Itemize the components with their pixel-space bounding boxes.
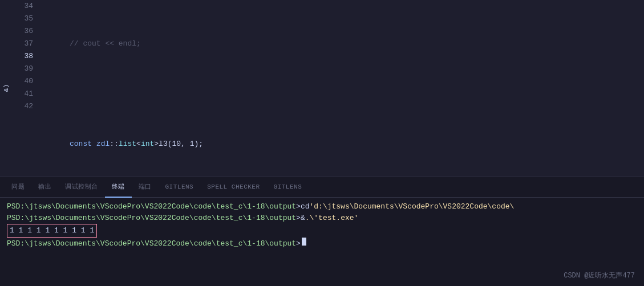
watermark: CSDN @近听水无声477 [564,270,635,281]
code-editor[interactable]: // cout << endl; const zdl :: list < int… [47,0,644,177]
tab-gitlens-2[interactable]: GITLENS [267,177,309,198]
term-prompt-2: > [296,213,301,224]
ps-label-2: PS [7,213,16,224]
tab-output[interactable]: 输出 [31,177,58,198]
code-line-36: const zdl :: list < int >l3(10, 1); [51,138,644,150]
term-path-2: D:\jtsws\Documents\VScodePro\VS2022Code\… [16,213,296,224]
app-container: &) 34 35 36 37 38 39 40 41 42 [0,0,644,286]
tab-spell-checker[interactable]: SPELL CHECKER [200,177,266,198]
tab-bar: 问题 输出 调试控制台 终端 端口 GITLENS SPELL CHECKER … [0,177,644,198]
term-prompt-4: > [296,238,301,250]
bottom-panel: 问题 输出 调试控制台 终端 端口 GITLENS SPELL CHECKER … [0,177,644,286]
tab-terminal[interactable]: 终端 [105,177,132,198]
terminal-content[interactable]: PS D:\jtsws\Documents\VScodePro\VS2022Co… [0,198,644,286]
terminal-cursor [302,238,306,246]
marker-column [40,0,47,177]
line-numbers: 34 35 36 37 38 39 40 41 42 [13,0,40,177]
terminal-line-1: PS D:\jtsws\Documents\VScodePro\VS2022Co… [7,201,637,213]
code-line-34: // cout << endl; [51,38,644,50]
term-quoted-2: .\'test.exe' [305,213,359,224]
ps-label: PS [7,201,16,213]
tab-debug-console[interactable]: 调试控制台 [58,177,105,198]
term-cmd-2: & [301,213,305,224]
terminal-output-line: 1 1 1 1 1 1 1 1 1 1 [7,224,637,238]
term-prompt-1: > [296,201,301,213]
term-cmd-1: cd [301,201,310,213]
tab-ports[interactable]: 端口 [132,177,159,198]
terminal-line-4: PS D:\jtsws\Documents\VScodePro\VS2022Co… [7,238,637,250]
tab-gitlens-1[interactable]: GITLENS [159,177,201,198]
term-path-4: D:\jtsws\Documents\VScodePro\VS2022Code\… [16,238,296,250]
editor-area: &) 34 35 36 37 38 39 40 41 42 [0,0,644,177]
ps-label-4: PS [7,238,16,250]
term-quoted-1: 'd:\jtsws\Documents\VScodePro\VS2022Code… [310,201,515,213]
output-boxed: 1 1 1 1 1 1 1 1 1 1 [7,224,97,238]
term-path-1: D:\jtsws\Documents\VScodePro\VS2022Code\… [16,201,296,213]
tab-problems[interactable]: 问题 [5,177,31,198]
side-gutter: &) [0,0,13,177]
code-line-35 [51,88,644,100]
side-label: &) [3,84,10,92]
terminal-line-2: PS D:\jtsws\Documents\VScodePro\VS2022Co… [7,213,637,224]
